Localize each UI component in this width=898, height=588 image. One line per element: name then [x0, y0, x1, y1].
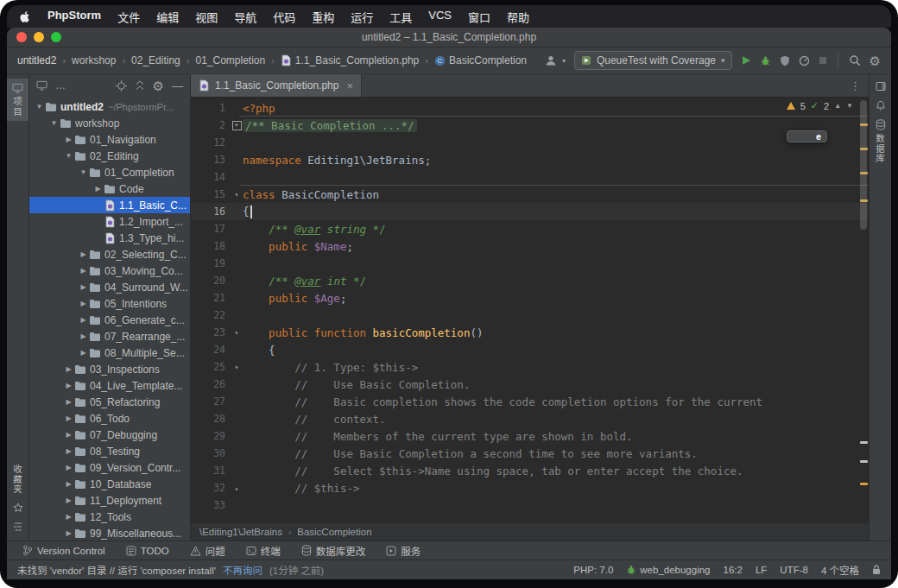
status-widget[interactable]: 4 个空格	[821, 563, 859, 577]
tool-window-button[interactable]: 服务	[386, 544, 421, 558]
bookmark-icon[interactable]	[13, 503, 23, 513]
fold-marker-icon[interactable]: ▾	[231, 191, 243, 199]
tool-window-button[interactable]: 终端	[246, 544, 281, 558]
locate-icon[interactable]	[116, 80, 127, 92]
coverage-icon[interactable]	[780, 55, 790, 66]
tool-stripe-favorites[interactable]: 收藏夹	[11, 465, 24, 495]
menu-item[interactable]: 文件	[117, 9, 140, 25]
chevron-right-icon[interactable]: ▶	[64, 464, 73, 471]
tool-window-button[interactable]: 数据库更改	[301, 544, 366, 558]
code-line[interactable]: 12	[191, 134, 869, 151]
code-line[interactable]: 19	[191, 255, 869, 272]
chevron-right-icon[interactable]: ▶	[64, 480, 73, 488]
status-widget[interactable]: UTF-8	[780, 565, 808, 575]
tree-item[interactable]: ▶07_Debugging	[29, 427, 190, 443]
collapse-all-icon[interactable]	[135, 80, 145, 91]
chevron-down-icon[interactable]: ▼	[79, 168, 88, 176]
menu-item[interactable]: 代码	[273, 9, 295, 25]
error-stripe-mark[interactable]	[860, 483, 868, 485]
debug-icon[interactable]	[760, 55, 771, 66]
chevron-down-icon[interactable]: ▼	[846, 102, 853, 110]
code-line[interactable]: 29 // Members of the current type are sh…	[191, 427, 869, 445]
status-widget[interactable]: LF	[756, 565, 767, 575]
chevron-right-icon[interactable]: ▶	[93, 185, 103, 193]
code-line[interactable]: 17 /** @var string */	[191, 220, 869, 237]
more-vert-icon[interactable]: ⋮	[850, 74, 869, 97]
code-line[interactable]: 31 // Select $this->Name using space, ta…	[191, 462, 869, 479]
hide-icon[interactable]: —	[172, 80, 183, 92]
chevron-right-icon[interactable]: ▶	[64, 529, 73, 537]
breadcrumb-item[interactable]: untitled2	[17, 54, 56, 66]
profiler-icon[interactable]	[799, 55, 810, 66]
browser-explorer-icon[interactable]	[817, 135, 820, 138]
code-line[interactable]: 16{	[191, 203, 869, 220]
tool-window-button[interactable]: TODO	[126, 546, 169, 556]
chevron-right-icon[interactable]: ▶	[79, 316, 88, 324]
tree-item[interactable]: ▶01_Navigation	[29, 131, 190, 148]
editor-breadcrumb-item[interactable]: BasicCompletion	[297, 527, 371, 537]
chevron-right-icon[interactable]: ▶	[64, 447, 73, 455]
stop-icon[interactable]	[819, 56, 827, 65]
breadcrumb-item[interactable]: 1.1_Basic_Completion.php	[281, 54, 419, 66]
code-line[interactable]: 25▾ // 1. Type: $this->	[191, 358, 869, 376]
menu-item[interactable]: 运行	[351, 9, 373, 25]
code-line[interactable]: 18 public $Name;	[191, 237, 869, 255]
tree-item[interactable]: 1.2_Import_...	[29, 213, 190, 230]
user-icon[interactable]	[545, 54, 557, 66]
editor-tab[interactable]: 1.1_Basic_Completion.php ×	[191, 74, 362, 97]
status-widget[interactable]: web_debugging	[626, 565, 710, 575]
error-stripe-mark[interactable]	[860, 460, 868, 463]
breadcrumb-item[interactable]: 02_Editing	[131, 54, 180, 66]
window-title-bar[interactable]: untitled2 – 1.1_Basic_Completion.php	[7, 28, 891, 47]
close-window-button[interactable]	[16, 32, 27, 42]
tree-item[interactable]: ▶09_Version_Contr...	[29, 459, 190, 476]
chevron-right-icon[interactable]: ▶	[64, 398, 73, 406]
tree-item[interactable]: ▶12_Tools	[29, 509, 190, 525]
chevron-right-icon[interactable]: ▶	[64, 365, 73, 373]
tree-item[interactable]: ▶05_Intentions	[29, 295, 190, 312]
menu-item[interactable]: 帮助	[507, 9, 529, 25]
fold-marker-icon[interactable]: ▾	[231, 364, 243, 371]
chevron-right-icon[interactable]: ▶	[79, 250, 88, 258]
tree-item[interactable]: 1.1_Basic_C...	[29, 197, 190, 213]
code-line[interactable]: 26 // Use Basic Completion.	[191, 376, 869, 393]
minimize-window-button[interactable]	[34, 32, 44, 42]
tree-item[interactable]: ▶08_Multiple_Se...	[29, 345, 190, 361]
tree-item[interactable]: ▶02_Selecting_C...	[29, 246, 190, 262]
code-line[interactable]: 2+/** Basic Completion ...*/	[191, 117, 869, 134]
menu-item[interactable]: 导航	[234, 9, 256, 25]
structure-icon[interactable]	[13, 522, 23, 532]
close-tab-icon[interactable]: ×	[346, 79, 353, 92]
settings-gear-icon[interactable]: ⚙	[870, 54, 881, 67]
tool-window-button[interactable]: 问题	[190, 544, 225, 558]
menu-item[interactable]: 视图	[195, 9, 218, 25]
code-line[interactable]: 24 {	[191, 341, 869, 358]
code-line[interactable]: 14	[191, 168, 869, 186]
code-line[interactable]: 20 /** @var int */	[191, 272, 869, 289]
tree-item[interactable]: ▶06_Generate_c...	[29, 312, 190, 328]
tree-item[interactable]: ▶03_Moving_Co...	[29, 262, 190, 279]
code-line[interactable]: 33	[191, 496, 869, 514]
chevron-right-icon[interactable]: ▶	[64, 382, 73, 389]
error-stripe-mark[interactable]	[860, 441, 868, 444]
menu-item[interactable]: 重构	[312, 9, 334, 25]
inspection-widget[interactable]: 5 ✓ 2 ▲ ▼	[787, 100, 853, 111]
run-configuration-select[interactable]: QueueTest with Coverage ▾	[574, 51, 732, 70]
code-line[interactable]: 15▾class BasicCompletion	[191, 186, 869, 203]
tree-item[interactable]: ▶11_Deployment	[29, 492, 190, 509]
tree-item[interactable]: ▶04_Surround_W...	[29, 279, 190, 295]
apple-icon[interactable]	[19, 10, 31, 23]
tree-item[interactable]: ▶07_Rearrange_...	[29, 328, 190, 345]
tool-window-button[interactable]: Version Control	[22, 545, 105, 556]
tree-item[interactable]: ▶08_Testing	[29, 443, 190, 459]
chevron-right-icon[interactable]: ▶	[79, 332, 88, 340]
settings-gear-icon[interactable]: ⚙	[153, 79, 164, 92]
code-line[interactable]: 32▴ // $this->	[191, 479, 869, 496]
fold-marker-icon[interactable]: ▾	[231, 329, 243, 337]
menu-item[interactable]: PhpStorm	[47, 9, 101, 25]
tool-stripe-database[interactable]: 数据库	[870, 115, 891, 168]
chevron-right-icon[interactable]: ▶	[79, 283, 88, 291]
editor-breadcrumb-item[interactable]: \Editing1\JetBrains	[199, 527, 282, 537]
chevron-down-icon[interactable]: ▼	[49, 119, 59, 127]
chevron-right-icon[interactable]: ▶	[64, 414, 73, 422]
